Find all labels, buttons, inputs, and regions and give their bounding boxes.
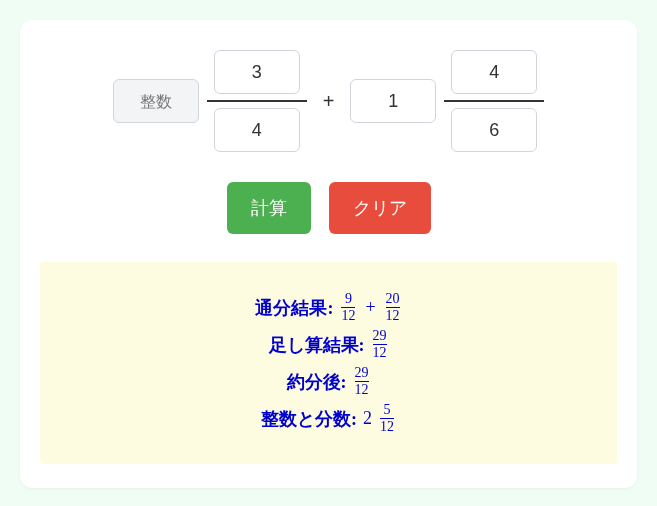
fraction-group-1: [113, 50, 307, 152]
result-fraction: 20 12: [386, 292, 400, 323]
inputs-row: +: [40, 50, 617, 152]
result-fraction: 29 12: [355, 366, 369, 397]
result-fraction: 9 12: [341, 292, 355, 323]
result-sum: 足し算結果: 29 12: [52, 329, 605, 360]
result-label: 約分後:: [287, 370, 347, 394]
buttons-row: 計算 クリア: [40, 182, 617, 234]
results-panel: 通分結果: 9 12 + 20 12 足し算結果: 29 12 約分後: 29 …: [40, 262, 617, 464]
result-label: 足し算結果:: [269, 333, 365, 357]
fraction-2: [444, 50, 544, 152]
numerator-2-input[interactable]: [451, 50, 537, 94]
result-label: 通分結果:: [255, 296, 333, 320]
calculator-card: + 計算 クリア 通分結果: 9 12 + 20 12: [20, 20, 637, 488]
result-whole: 2: [363, 408, 372, 429]
denominator-2-input[interactable]: [451, 108, 537, 152]
whole-1-input[interactable]: [113, 79, 199, 123]
fraction-group-2: [350, 50, 544, 152]
denominator-1-input[interactable]: [214, 108, 300, 152]
result-common-denom: 通分結果: 9 12 + 20 12: [52, 292, 605, 323]
fraction-bar: [444, 100, 544, 102]
numerator-1-input[interactable]: [214, 50, 300, 94]
result-operator: +: [365, 297, 375, 318]
calculate-button[interactable]: 計算: [227, 182, 311, 234]
result-mixed: 整数と分数: 2 5 12: [52, 403, 605, 434]
whole-2-input[interactable]: [350, 79, 436, 123]
operator-label: +: [323, 90, 335, 113]
fraction-bar: [207, 100, 307, 102]
fraction-1: [207, 50, 307, 152]
clear-button[interactable]: クリア: [329, 182, 431, 234]
result-fraction: 29 12: [373, 329, 387, 360]
result-label: 整数と分数:: [261, 407, 357, 431]
result-fraction: 5 12: [380, 403, 394, 434]
result-reduced: 約分後: 29 12: [52, 366, 605, 397]
